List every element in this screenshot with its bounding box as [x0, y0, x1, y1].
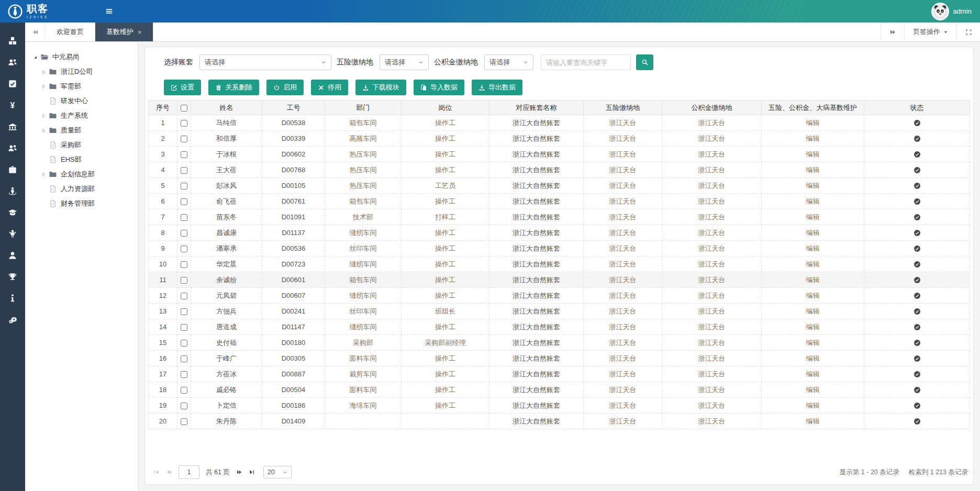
edit-link[interactable]: 编辑	[806, 260, 820, 268]
tab[interactable]: 基数维护 ×	[95, 23, 153, 41]
account-select[interactable]: 请选择	[199, 54, 331, 70]
row-checkbox[interactable]	[181, 151, 187, 158]
cubes-icon[interactable]	[8, 36, 17, 46]
edit-link[interactable]: 编辑	[806, 307, 820, 315]
first-page-button[interactable]	[150, 466, 163, 478]
table-row[interactable]: 1 马纯倍 D00538 箱包车间 操作工 浙江大自然账套 浙江天台 浙江天台 …	[149, 115, 970, 131]
edit-link[interactable]: 编辑	[806, 339, 820, 347]
fullscreen-button[interactable]	[956, 23, 980, 41]
table-row[interactable]: 8 昌诚康 D01137 缝纫车间 操作工 浙江大自然账套 浙江天台 浙江天台 …	[149, 225, 970, 241]
app-logo[interactable]: 职客 IZHIKE	[7, 0, 49, 23]
bank-icon[interactable]	[8, 122, 17, 131]
row-checkbox[interactable]	[181, 340, 187, 347]
toolbar-button[interactable]: 设置	[164, 80, 201, 95]
edit-link[interactable]: 编辑	[806, 213, 820, 221]
edit-link[interactable]: 编辑	[806, 244, 820, 252]
toolbar-button[interactable]: 停用	[311, 80, 348, 95]
edit-link[interactable]: 编辑	[806, 166, 820, 174]
tree-caret-icon[interactable]	[41, 186, 47, 192]
street-view-icon[interactable]	[8, 186, 17, 196]
edit-link[interactable]: 编辑	[806, 197, 820, 205]
tree-item[interactable]: 生产系统	[29, 108, 133, 123]
table-row[interactable]: 10 华定晨 D00723 缝纫车间 操作工 浙江大自然账套 浙江天台 浙江天台…	[149, 256, 970, 272]
graduation-cap-icon[interactable]	[8, 208, 17, 217]
row-checkbox[interactable]	[181, 308, 187, 315]
tree-caret-icon[interactable]	[41, 172, 47, 177]
tree-item[interactable]: 企划信息部	[29, 167, 133, 182]
select-all-checkbox[interactable]	[181, 105, 187, 111]
child-icon[interactable]	[8, 229, 17, 239]
tabs-scroll-right-button[interactable]	[881, 23, 904, 41]
table-row[interactable]: 12 元凤碧 D00607 缝纫车间 操作工 浙江大自然账套 浙江天台 浙江天台…	[149, 288, 970, 304]
row-checkbox[interactable]	[181, 293, 187, 299]
tree-caret-icon[interactable]	[32, 54, 38, 60]
edit-link[interactable]: 编辑	[806, 276, 820, 284]
row-checkbox[interactable]	[181, 403, 187, 409]
row-checkbox[interactable]	[181, 387, 187, 394]
page-size-select[interactable]: 20	[263, 466, 292, 478]
row-checkbox[interactable]	[181, 371, 187, 378]
edit-link[interactable]: 编辑	[806, 417, 820, 425]
tree-item[interactable]: 质量部	[29, 123, 133, 138]
users2-icon[interactable]	[8, 143, 17, 153]
table-row[interactable]: 13 方佃兵 D00241 丝印车间 班组长 浙江大自然账套 浙江天台 浙江天台…	[149, 304, 970, 319]
tree-caret-icon[interactable]	[41, 98, 47, 104]
user-menu[interactable]: admin	[931, 0, 972, 23]
tabs-scroll-left-button[interactable]	[25, 23, 46, 41]
search-button[interactable]	[636, 54, 653, 70]
edit-link[interactable]: 编辑	[806, 386, 820, 394]
tree-item[interactable]: 采购部	[29, 138, 133, 152]
tab[interactable]: 欢迎首页 ×	[46, 23, 95, 41]
row-checkbox[interactable]	[181, 246, 187, 252]
row-checkbox[interactable]	[181, 324, 187, 331]
table-row[interactable]: 9 潘寒承 D00536 丝印车间 操作工 浙江大自然账套 浙江天台 浙江天台 …	[149, 241, 970, 256]
users-icon[interactable]	[8, 58, 17, 67]
row-checkbox[interactable]	[181, 277, 187, 284]
row-checkbox[interactable]	[181, 418, 187, 425]
info-icon[interactable]	[8, 294, 17, 303]
edit-link[interactable]: 编辑	[806, 323, 820, 331]
tree-item[interactable]: 军需部	[29, 79, 133, 94]
table-row[interactable]: 18 戚必铬 D00504 面料车间 操作工 浙江大自然账套 浙江天台 浙江天台…	[149, 382, 970, 398]
tree-item[interactable]: 研发中心	[29, 94, 133, 108]
table-row[interactable]: 6 俞飞蓓 D00761 箱包车间 操作工 浙江大自然账套 浙江天台 浙江天台 …	[149, 194, 970, 209]
row-checkbox[interactable]	[181, 183, 187, 189]
table-row[interactable]: 4 王大蓓 D00768 热压车间 操作工 浙江大自然账套 浙江天台 浙江天台 …	[149, 162, 970, 178]
edit-link[interactable]: 编辑	[806, 135, 820, 142]
page-number-input[interactable]	[179, 465, 199, 479]
tree-caret-icon[interactable]	[41, 113, 47, 119]
table-row[interactable]: 5 彭冰风 D00105 热压车间 工艺员 浙江大自然账套 浙江天台 浙江天台 …	[149, 178, 970, 194]
toolbar-button[interactable]: 导出数据	[472, 80, 522, 95]
table-row[interactable]: 20 朱丹陈 D01409 浙江大自然账套 浙江天台 浙江天台 编辑	[149, 414, 970, 429]
last-page-button[interactable]	[246, 466, 258, 478]
table-row[interactable]: 19 卜定倍 D00186 海绵车间 操作工 浙江大自然账套 浙江天台 浙江天台…	[149, 398, 970, 414]
tree-item[interactable]: 人力资源部	[29, 182, 133, 196]
tree-item[interactable]: 浙江D公司	[29, 64, 133, 79]
tree-item[interactable]: EHS部	[29, 152, 133, 167]
sidebar-toggle-button[interactable]	[105, 0, 114, 23]
row-checkbox[interactable]	[181, 230, 187, 237]
tree-caret-icon[interactable]	[41, 69, 47, 75]
edit-link[interactable]: 编辑	[806, 119, 820, 127]
table-row[interactable]: 3 于冰根 D00602 热压车间 操作工 浙江大自然账套 浙江天台 浙江天台 …	[149, 147, 970, 162]
prev-page-button[interactable]	[163, 466, 175, 478]
toolbar-button[interactable]: 下载模块	[355, 80, 406, 95]
tree-caret-icon[interactable]	[41, 157, 47, 163]
row-checkbox[interactable]	[181, 120, 187, 127]
row-checkbox[interactable]	[181, 261, 187, 268]
tree-caret-icon[interactable]	[41, 142, 47, 148]
table-row[interactable]: 17 方蓓冰 D00887 裁剪车间 操作工 浙江大自然账套 浙江天台 浙江天台…	[149, 366, 970, 382]
table-row[interactable]: 14 唐道成 D01147 缝纫车间 操作工 浙江大自然账套 浙江天台 浙江天台…	[149, 319, 970, 335]
edit-link[interactable]: 编辑	[806, 401, 820, 409]
edit-link[interactable]: 编辑	[806, 354, 820, 362]
tree-caret-icon[interactable]	[41, 84, 47, 90]
search-input[interactable]	[541, 54, 631, 70]
edit-link[interactable]: 编辑	[806, 370, 820, 378]
tree-item[interactable]: 财务管理部	[29, 196, 133, 211]
insurance-area-select[interactable]: 请选择	[380, 54, 429, 70]
table-row[interactable]: 11 余诚纷 D00601 箱包车间 操作工 浙江大自然账套 浙江天台 浙江天台…	[149, 272, 970, 288]
toolbar-button[interactable]: 关系删除	[208, 80, 259, 95]
user-icon[interactable]	[8, 251, 17, 260]
row-checkbox[interactable]	[181, 167, 187, 174]
row-checkbox[interactable]	[181, 198, 187, 205]
